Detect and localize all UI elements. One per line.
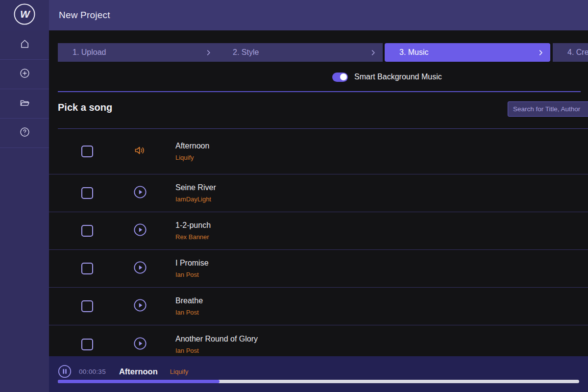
song-info: 1-2-punch Rex Banner bbox=[175, 221, 211, 241]
progress-bar[interactable] bbox=[58, 380, 579, 383]
song-info: I Promise Ian Post bbox=[175, 259, 209, 278]
speaker-icon[interactable] bbox=[134, 145, 147, 158]
app-logo[interactable]: W bbox=[0, 0, 49, 30]
song-row[interactable]: Breathe Ian Post bbox=[49, 288, 588, 325]
step-upload[interactable]: 1. Upload bbox=[58, 43, 218, 62]
play-button[interactable] bbox=[134, 223, 147, 238]
song-row[interactable]: Afternoon Liquify bbox=[49, 129, 588, 174]
song-list: Afternoon Liquify Seine River IamDayLigh… bbox=[49, 129, 588, 392]
chevron-right-icon bbox=[369, 49, 377, 56]
song-title: 1-2-punch bbox=[175, 221, 211, 230]
song-author: Liquify bbox=[175, 154, 209, 161]
sidebar-item-home[interactable] bbox=[0, 30, 49, 60]
now-playing-title: Afternoon bbox=[119, 367, 158, 376]
player-progress-fill bbox=[58, 380, 220, 383]
toggle-knob bbox=[340, 74, 347, 80]
step-label: 4. Create bbox=[567, 48, 588, 57]
top-bar: W New Project bbox=[0, 0, 588, 30]
sidebar-item-projects[interactable] bbox=[0, 89, 49, 119]
audio-player-bar: 00:00:35 Afternoon Liquify bbox=[49, 356, 588, 392]
play-button[interactable] bbox=[134, 337, 147, 352]
song-checkbox[interactable] bbox=[81, 263, 93, 274]
pause-button[interactable] bbox=[58, 365, 72, 378]
main-content: 1. Upload 2. Style 3. Music 4. Create bbox=[49, 30, 588, 392]
song-author: IamDayLight bbox=[175, 196, 216, 203]
player-controls: 00:00:35 Afternoon Liquify bbox=[58, 365, 188, 378]
step-label: 2. Style bbox=[233, 48, 259, 57]
song-author: Rex Banner bbox=[175, 233, 211, 241]
search-input[interactable] bbox=[508, 101, 588, 117]
smart-music-label: Smart Background Music bbox=[354, 73, 442, 81]
smart-music-row: Smart Background Music bbox=[332, 72, 442, 82]
step-music[interactable]: 3. Music bbox=[385, 43, 550, 62]
song-title: I Promise bbox=[175, 259, 209, 268]
song-title: Seine River bbox=[175, 183, 216, 192]
play-button[interactable] bbox=[134, 261, 147, 276]
svg-text:W: W bbox=[20, 8, 31, 20]
song-row[interactable]: 1-2-punch Rex Banner bbox=[49, 212, 588, 250]
smart-music-toggle[interactable] bbox=[332, 73, 348, 82]
song-info: Afternoon Liquify bbox=[175, 142, 209, 161]
plus-circle-icon bbox=[19, 68, 30, 81]
song-checkbox[interactable] bbox=[81, 187, 93, 199]
sidebar bbox=[0, 30, 49, 392]
help-icon bbox=[19, 126, 30, 140]
sidebar-item-help[interactable] bbox=[0, 119, 49, 148]
section-divider bbox=[58, 91, 581, 92]
play-button[interactable] bbox=[134, 186, 147, 200]
step-label: 3. Music bbox=[399, 48, 429, 57]
song-row[interactable]: Seine River IamDayLight bbox=[49, 174, 588, 212]
song-title: Breathe bbox=[175, 296, 203, 305]
step-create[interactable]: 4. Create bbox=[553, 43, 588, 62]
play-button[interactable] bbox=[134, 299, 147, 314]
song-author: Ian Post bbox=[175, 309, 203, 316]
song-title: Afternoon bbox=[175, 142, 209, 150]
page-title: New Project bbox=[59, 10, 110, 21]
song-title: Another Round of Glory bbox=[175, 335, 258, 343]
song-checkbox[interactable] bbox=[81, 300, 93, 312]
song-author: Ian Post bbox=[175, 271, 209, 278]
chevron-right-icon bbox=[205, 49, 212, 56]
wizard-steps: 1. Upload 2. Style 3. Music 4. Create bbox=[58, 43, 588, 62]
home-icon bbox=[19, 38, 30, 51]
playback-time: 00:00:35 bbox=[79, 368, 106, 375]
folder-icon bbox=[19, 97, 30, 111]
pick-a-song-heading: Pick a song bbox=[58, 102, 112, 113]
song-author: Ian Post bbox=[175, 347, 258, 354]
now-playing-author: Liquify bbox=[170, 368, 189, 375]
song-row[interactable]: I Promise Ian Post bbox=[49, 250, 588, 288]
song-info: Seine River IamDayLight bbox=[175, 183, 216, 203]
song-checkbox[interactable] bbox=[81, 339, 93, 350]
chevron-right-icon bbox=[537, 49, 544, 56]
sidebar-item-new-project[interactable] bbox=[0, 60, 49, 89]
song-info: Another Round of Glory Ian Post bbox=[175, 335, 258, 354]
logo-icon: W bbox=[13, 3, 36, 27]
song-info: Breathe Ian Post bbox=[175, 296, 203, 316]
song-checkbox[interactable] bbox=[81, 146, 93, 157]
step-style[interactable]: 2. Style bbox=[218, 43, 383, 62]
song-checkbox[interactable] bbox=[81, 225, 93, 237]
step-label: 1. Upload bbox=[73, 48, 106, 57]
